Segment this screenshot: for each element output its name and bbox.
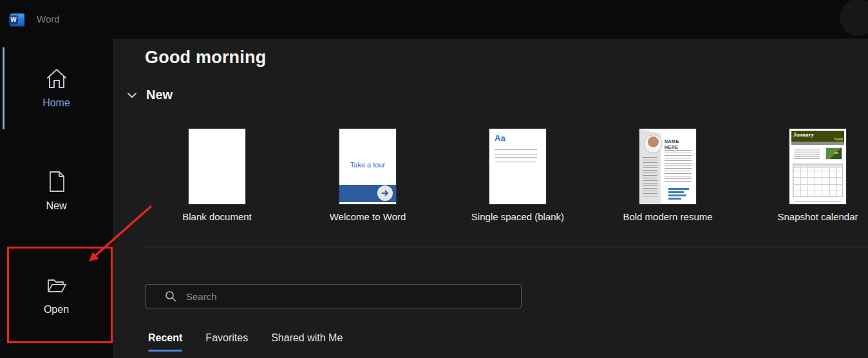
template-bold-modern-resume[interactable]: NAME HERE Bold modern resume bbox=[603, 129, 732, 222]
tab-favorites[interactable]: Favorites bbox=[205, 332, 248, 352]
sidebar-item-label: Open bbox=[0, 304, 113, 316]
template-welcome-to-word[interactable]: Take a tour Welcome to Word bbox=[303, 129, 432, 222]
home-icon bbox=[44, 66, 70, 91]
sidebar-item-label: Home bbox=[0, 97, 113, 109]
text-line bbox=[495, 157, 537, 158]
skill-bar bbox=[668, 194, 686, 196]
toucan-beak bbox=[834, 152, 838, 154]
avatar[interactable] bbox=[840, 0, 868, 36]
template-thumbnail: Aa bbox=[489, 129, 546, 204]
template-thumbnail: January YEAR bbox=[789, 129, 846, 204]
template-thumbnail bbox=[189, 129, 245, 204]
template-single-spaced[interactable]: Aa Single spaced (blank) bbox=[453, 129, 582, 222]
text-lines bbox=[643, 157, 657, 197]
footer-line bbox=[795, 201, 841, 202]
document-list-tabs: Recent Favorites Shared with Me bbox=[148, 332, 343, 352]
text-line bbox=[495, 154, 537, 155]
skill-bar bbox=[668, 198, 681, 200]
search-icon bbox=[164, 290, 177, 303]
skill-bar bbox=[668, 188, 689, 190]
main-panel: Good morning New Blank document Take a t… bbox=[113, 39, 868, 358]
tab-shared-with-me[interactable]: Shared with Me bbox=[271, 332, 343, 352]
chevron-down-icon[interactable] bbox=[127, 91, 137, 100]
text-line bbox=[495, 149, 537, 150]
sidebar: Home New Open bbox=[0, 39, 113, 358]
greeting-heading: Good morning bbox=[145, 48, 266, 68]
skill-bar bbox=[668, 191, 684, 193]
template-label: Blank document bbox=[153, 211, 281, 222]
word-logo-letter: W bbox=[9, 15, 18, 24]
sidebar-item-new[interactable]: New bbox=[0, 169, 113, 212]
new-section-label: New bbox=[146, 88, 173, 102]
sidebar-item-label: New bbox=[0, 200, 113, 212]
template-label: Snapshot calendar bbox=[753, 211, 868, 222]
template-thumbnail: Take a tour bbox=[339, 129, 396, 204]
title-bar: W Word bbox=[0, 0, 868, 39]
calendar-subband bbox=[791, 142, 844, 145]
tour-arrow-button bbox=[377, 185, 393, 201]
tab-label: Shared with Me bbox=[271, 332, 343, 343]
text-line bbox=[495, 162, 537, 162]
arrow-right-icon bbox=[381, 189, 390, 198]
section-divider bbox=[145, 247, 868, 247]
calendar-month-text: January bbox=[793, 131, 814, 138]
app-title: Word bbox=[37, 14, 60, 24]
word-logo-icon: W bbox=[10, 14, 24, 26]
template-snapshot-calendar[interactable]: January YEAR Snapshot calendar bbox=[753, 129, 868, 222]
text-lines bbox=[665, 150, 692, 182]
template-label: Bold modern resume bbox=[603, 211, 732, 222]
resume-name-text: NAME HERE bbox=[665, 138, 686, 151]
calendar-grid bbox=[793, 164, 843, 197]
template-label: Welcome to Word bbox=[303, 211, 432, 222]
tab-label: Favorites bbox=[205, 332, 248, 343]
aa-style-text: Aa bbox=[495, 133, 505, 143]
tab-label: Recent bbox=[148, 332, 182, 343]
sidebar-item-home[interactable]: Home bbox=[0, 66, 113, 109]
resume-photo bbox=[644, 135, 663, 153]
new-section-header: New bbox=[127, 88, 173, 102]
template-blank-document[interactable]: Blank document bbox=[153, 129, 281, 222]
word-start-screen: W Word Home New Open bbox=[0, 0, 868, 358]
calendar-year-text: YEAR bbox=[834, 137, 843, 141]
template-thumbnail: NAME HERE bbox=[639, 129, 696, 204]
active-tab-underline bbox=[148, 350, 182, 352]
search-input[interactable] bbox=[186, 291, 521, 302]
new-document-icon bbox=[44, 169, 70, 194]
open-folder-icon bbox=[44, 272, 70, 298]
text-lines bbox=[794, 149, 820, 160]
search-bar[interactable] bbox=[145, 284, 522, 308]
sidebar-item-open[interactable]: Open bbox=[0, 272, 113, 316]
calendar-header: January YEAR bbox=[791, 131, 844, 142]
template-label: Single spaced (blank) bbox=[453, 211, 582, 222]
take-a-tour-text: Take a tour bbox=[339, 161, 396, 169]
tab-recent[interactable]: Recent bbox=[148, 332, 182, 352]
